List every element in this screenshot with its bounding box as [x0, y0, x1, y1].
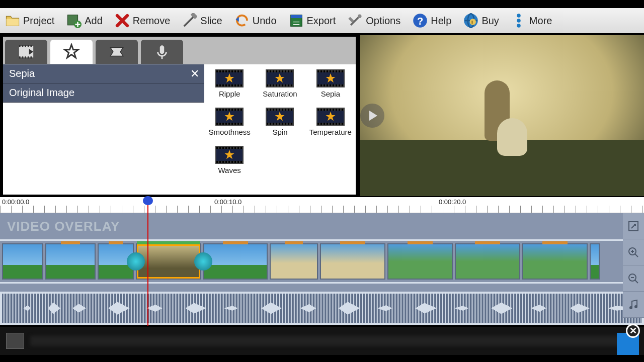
spacer-track — [0, 284, 644, 292]
star-icon — [316, 69, 345, 87]
export-icon — [289, 13, 304, 28]
star-icon — [215, 69, 244, 87]
svg-point-12 — [517, 14, 521, 18]
svg-rect-16 — [160, 45, 165, 54]
svg-point-21 — [634, 305, 637, 308]
video-clip[interactable] — [590, 243, 600, 280]
fit-tool[interactable] — [623, 213, 644, 239]
video-clip[interactable] — [2, 243, 43, 280]
project-button[interactable]: Project — [5, 13, 54, 28]
original-image-label: Original Image — [9, 87, 74, 99]
star-icon — [316, 108, 345, 126]
slice-label: Slice — [200, 15, 222, 27]
status-text — [30, 336, 638, 346]
effects-grid: Ripple Saturation Sepia Smoothness Spin … — [204, 64, 356, 195]
svg-point-20 — [629, 306, 632, 309]
video-clip[interactable] — [522, 243, 588, 280]
effect-spin[interactable]: Spin — [255, 108, 305, 146]
svg-point-14 — [517, 24, 521, 28]
star-icon — [266, 108, 294, 126]
timecode: 0:00:00.0 — [2, 198, 29, 206]
project-label: Project — [23, 15, 54, 27]
playhead[interactable] — [147, 197, 148, 326]
timeline: 0:00:00.0 0:00:10.0 0:00:20.0 VIDEO OVER… — [0, 197, 644, 326]
tab-transitions[interactable] — [96, 40, 138, 64]
video-clip[interactable] — [270, 243, 318, 280]
time-ruler[interactable]: 0:00:00.0 0:00:10.0 0:00:20.0 — [0, 197, 644, 213]
remove-effect-icon[interactable]: ✕ — [190, 67, 199, 80]
remove-icon — [115, 13, 130, 28]
star-icon — [215, 108, 244, 126]
options-label: Options — [366, 15, 400, 27]
effect-smoothness[interactable]: Smoothness — [204, 108, 255, 146]
timecode: 0:00:20.0 — [439, 198, 466, 206]
options-icon — [348, 13, 363, 28]
tab-media[interactable] — [5, 40, 47, 64]
video-clip[interactable] — [203, 243, 268, 280]
video-clip[interactable] — [387, 243, 453, 280]
add-media-icon — [66, 13, 82, 28]
tab-audio[interactable] — [141, 40, 183, 64]
remove-button[interactable]: Remove — [115, 13, 170, 28]
help-label: Help — [431, 15, 451, 27]
undo-icon — [234, 13, 250, 28]
more-icon — [511, 13, 526, 28]
options-button[interactable]: Options — [348, 13, 400, 28]
help-icon: ? — [413, 13, 428, 28]
music-tool[interactable] — [623, 292, 644, 318]
zoom-out-tool[interactable] — [623, 265, 644, 292]
svg-point-13 — [517, 19, 521, 23]
more-button[interactable]: More — [511, 13, 552, 28]
svg-text:?: ? — [417, 16, 423, 27]
add-button[interactable]: Add — [66, 13, 103, 28]
preview-pane[interactable] — [360, 35, 644, 196]
overlay-track[interactable]: VIDEO OVERLAY — [0, 213, 644, 239]
undo-button[interactable]: Undo — [234, 13, 277, 28]
effect-ripple[interactable]: Ripple — [204, 69, 255, 108]
slice-button[interactable]: Slice — [182, 13, 222, 28]
zoom-in-tool[interactable] — [623, 239, 644, 265]
export-button[interactable]: Export — [289, 13, 336, 28]
close-notification-icon[interactable]: ✕ — [626, 324, 640, 338]
slice-icon — [182, 13, 197, 28]
more-label: More — [529, 15, 552, 27]
timeline-tools — [623, 213, 644, 318]
svg-rect-11 — [472, 21, 473, 24]
export-label: Export — [307, 15, 336, 27]
buy-label: Buy — [481, 15, 499, 27]
original-image-item[interactable]: Original Image — [3, 83, 204, 103]
svg-point-5 — [358, 15, 362, 19]
effect-saturation[interactable]: Saturation — [255, 69, 305, 108]
folder-icon — [5, 13, 20, 28]
transition-marker[interactable] — [127, 252, 145, 270]
play-icon[interactable] — [360, 104, 384, 128]
video-track[interactable] — [0, 239, 644, 284]
applied-effect-item[interactable]: Sepia ✕ — [3, 64, 204, 83]
status-thumbnail — [6, 333, 24, 349]
effects-panel: Sepia ✕ Original Image Ripple Saturation… — [2, 35, 357, 196]
undo-label: Undo — [253, 15, 277, 27]
main-toolbar: Project Add Remove Slice Undo Export Opt… — [0, 8, 644, 33]
status-bar — [0, 327, 644, 355]
effect-waves[interactable]: Waves — [204, 146, 255, 184]
video-clip[interactable] — [455, 243, 520, 280]
audio-track[interactable] — [0, 292, 644, 325]
svg-rect-4 — [290, 15, 302, 18]
preview-image — [360, 35, 644, 196]
video-clip[interactable] — [45, 243, 96, 280]
effect-sepia[interactable]: Sepia — [305, 69, 356, 108]
star-icon — [215, 146, 244, 164]
effect-temperature[interactable]: Temperature — [305, 108, 356, 146]
tab-effects[interactable] — [50, 40, 93, 64]
star-icon — [266, 69, 294, 87]
applied-effect-name: Sepia — [9, 68, 35, 79]
video-clip-selected[interactable] — [136, 243, 201, 280]
help-button[interactable]: ? Help — [413, 13, 451, 28]
panel-tabs — [3, 37, 356, 64]
buy-button[interactable]: Buy — [463, 13, 499, 28]
effect-stack: Sepia ✕ Original Image — [3, 64, 204, 195]
remove-label: Remove — [133, 15, 170, 27]
transition-marker[interactable] — [194, 252, 212, 270]
video-clip[interactable] — [320, 243, 385, 280]
add-label: Add — [85, 15, 103, 27]
